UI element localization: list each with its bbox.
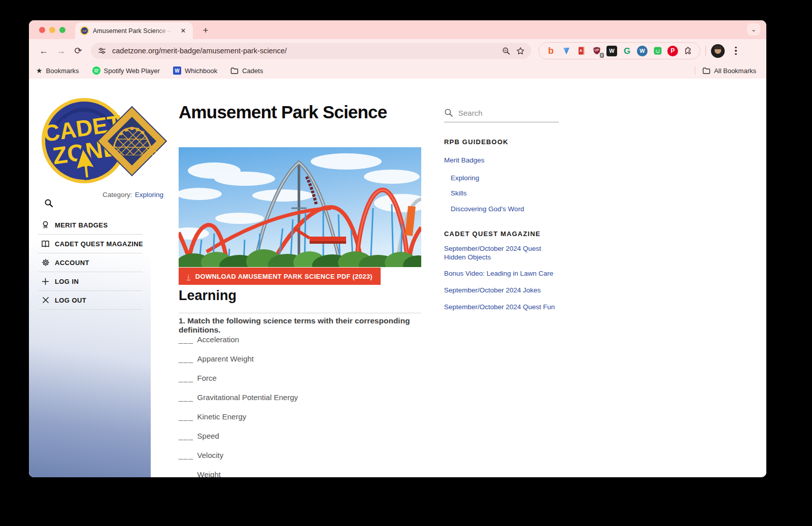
category-line: Category:Exploring bbox=[82, 191, 184, 199]
bookmarks-bar: ★ Bookmarks Spotify Web Player W Whichbo… bbox=[29, 62, 766, 79]
cadetzone-favicon: CZ bbox=[80, 26, 89, 35]
pinterest-extension-icon[interactable]: P bbox=[667, 46, 678, 56]
rollercoaster-photo bbox=[179, 147, 421, 267]
bookmarks-folder-item[interactable]: ★ Bookmarks bbox=[36, 67, 79, 75]
chrome-menu-icon[interactable] bbox=[731, 47, 741, 55]
browser-tab[interactable]: CZ Amusement Park Science – C ✕ bbox=[75, 22, 193, 39]
link-discovering-gods-word[interactable]: Discovering God's Word bbox=[451, 205, 524, 213]
maximize-window-button[interactable] bbox=[59, 27, 65, 33]
term-item: ___Apparent Weight bbox=[179, 354, 254, 363]
shield-badge-count: 2 bbox=[600, 53, 604, 58]
zoom-icon[interactable] bbox=[501, 46, 511, 56]
article: Amusement Park Science bbox=[179, 79, 421, 477]
plus-icon bbox=[41, 278, 50, 285]
grammarly-extension-icon[interactable]: G bbox=[622, 46, 632, 56]
titlebar: CZ Amusement Park Science – C ✕ + ⌄ bbox=[29, 20, 766, 39]
search-icon bbox=[444, 108, 453, 117]
profile-avatar[interactable] bbox=[711, 44, 725, 58]
sidebar-search-icon[interactable] bbox=[44, 199, 53, 208]
link-jokes[interactable]: September/October 2024 Jokes bbox=[444, 286, 541, 294]
x-icon bbox=[41, 297, 50, 304]
folder-icon bbox=[230, 67, 239, 74]
new-tab-button[interactable]: + bbox=[199, 24, 212, 37]
sidebar-item-merit-badges[interactable]: MERIT BADGES bbox=[38, 216, 143, 235]
svg-text:A: A bbox=[579, 49, 582, 52]
wordpress-extension-icon[interactable]: W bbox=[637, 46, 648, 56]
tab-search-chevron-icon[interactable]: ⌄ bbox=[747, 23, 760, 36]
site-settings-icon[interactable] bbox=[97, 46, 107, 56]
term-item: ___Gravitational Potential Energy bbox=[179, 393, 298, 402]
svg-text:W: W bbox=[175, 68, 180, 74]
page-title: Amusement Park Science bbox=[179, 102, 387, 122]
search-input[interactable] bbox=[458, 109, 545, 117]
question-text: 1. Match the following science terms wit… bbox=[179, 316, 421, 335]
learning-heading: Learning bbox=[179, 288, 236, 304]
download-icon: ↓ bbox=[187, 273, 190, 280]
back-button[interactable]: ← bbox=[35, 42, 52, 59]
spotify-bookmark[interactable]: Spotify Web Player bbox=[92, 67, 160, 75]
download-pdf-button[interactable]: ↓ DOWNLOAD AMUSEMENT PARK SCIENCE PDF (2… bbox=[179, 268, 381, 285]
sidebar-item-account[interactable]: ACCOUNT bbox=[38, 253, 143, 272]
svg-text:UP: UP bbox=[594, 48, 599, 52]
star-icon: ★ bbox=[36, 67, 43, 74]
tab-title: Amusement Park Science – C bbox=[93, 27, 173, 35]
link-skills[interactable]: Skills bbox=[451, 189, 467, 198]
bitly-extension-icon[interactable]: b bbox=[546, 46, 556, 56]
toolbar-divider bbox=[705, 46, 706, 56]
merit-badge-emblem bbox=[96, 106, 167, 177]
url-text[interactable]: cadetzone.org/merit-badge/amusement-park… bbox=[112, 47, 501, 55]
sidebar-nav: MERIT BADGES CADET QUEST MAGAZINE ACCOUN… bbox=[38, 216, 143, 310]
reload-button[interactable]: ⟳ bbox=[70, 42, 87, 59]
browser-window: CZ Amusement Park Science – C ✕ + ⌄ ← → … bbox=[29, 20, 766, 477]
minimize-window-button[interactable] bbox=[49, 27, 55, 33]
book-icon bbox=[41, 240, 50, 248]
page-content: CADET ZONE MERIT BADGES CAD bbox=[29, 79, 766, 477]
term-item: ___Kinetic Energy bbox=[179, 412, 246, 421]
link-quest-fun[interactable]: September/October 2024 Quest Fun bbox=[444, 303, 555, 311]
spotify-icon bbox=[92, 67, 100, 75]
folder-icon bbox=[702, 67, 710, 74]
address-bar[interactable]: cadetzone.org/merit-badge/amusement-park… bbox=[91, 43, 531, 59]
link-exploring[interactable]: Exploring bbox=[451, 174, 479, 182]
right-search[interactable] bbox=[444, 108, 559, 122]
term-item: ___Acceleration bbox=[179, 335, 239, 344]
medal-icon bbox=[41, 221, 50, 229]
link-quest-hidden-objects[interactable]: September/October 2024 Quest Hidden Obje… bbox=[444, 244, 551, 261]
bitmoji-extension-icon[interactable] bbox=[652, 46, 663, 56]
extensions-puzzle-icon[interactable] bbox=[683, 46, 693, 56]
section-divider bbox=[179, 313, 421, 313]
cadets-folder-bookmark[interactable]: Cadets bbox=[230, 67, 263, 75]
sidebar-item-cadet-quest-magazine[interactable]: CADET QUEST MAGAZINE bbox=[38, 235, 143, 253]
forward-button[interactable]: → bbox=[52, 42, 70, 59]
shield-extension-icon[interactable]: UP 2 bbox=[591, 46, 602, 56]
black-w-extension-icon[interactable]: W bbox=[606, 46, 617, 56]
funnel-extension-icon[interactable] bbox=[561, 46, 571, 56]
term-item: ___Weight bbox=[179, 470, 221, 477]
link-bonus-video[interactable]: Bonus Video: Leading in Lawn Care bbox=[444, 269, 553, 278]
dictionary-extension-icon[interactable]: A bbox=[576, 46, 587, 56]
gear-icon bbox=[41, 258, 50, 267]
tab-close-icon[interactable]: ✕ bbox=[179, 26, 188, 36]
all-bookmarks-button[interactable]: All Bookmarks bbox=[702, 67, 756, 75]
whichbook-icon: W bbox=[173, 67, 181, 75]
term-item: ___Force bbox=[179, 374, 217, 382]
toolbar: ← → ⟳ cadetzone.org/merit-badge/amusemen… bbox=[29, 39, 766, 62]
sidebar-item-log-out[interactable]: LOG OUT bbox=[38, 291, 143, 310]
category-link[interactable]: Exploring bbox=[135, 191, 163, 199]
term-item: ___Speed bbox=[179, 432, 219, 440]
guidebook-heading: RPB GUIDEBOOK bbox=[444, 138, 509, 146]
term-item: ___Velocity bbox=[179, 451, 223, 459]
magazine-heading: CADET QUEST MAGAZINE bbox=[444, 230, 540, 238]
sidebar-item-log-in[interactable]: LOG IN bbox=[38, 272, 143, 291]
window-controls bbox=[39, 27, 65, 33]
close-window-button[interactable] bbox=[39, 27, 45, 33]
link-merit-badges[interactable]: Merit Badges bbox=[444, 156, 485, 165]
whichbook-bookmark[interactable]: W Whichbook bbox=[173, 67, 217, 75]
bookmarks-separator bbox=[695, 66, 695, 75]
bookmark-star-icon[interactable] bbox=[515, 46, 525, 56]
category-label: Category: bbox=[103, 191, 132, 199]
extensions-pill: b A UP 2 W G W P bbox=[538, 42, 700, 59]
